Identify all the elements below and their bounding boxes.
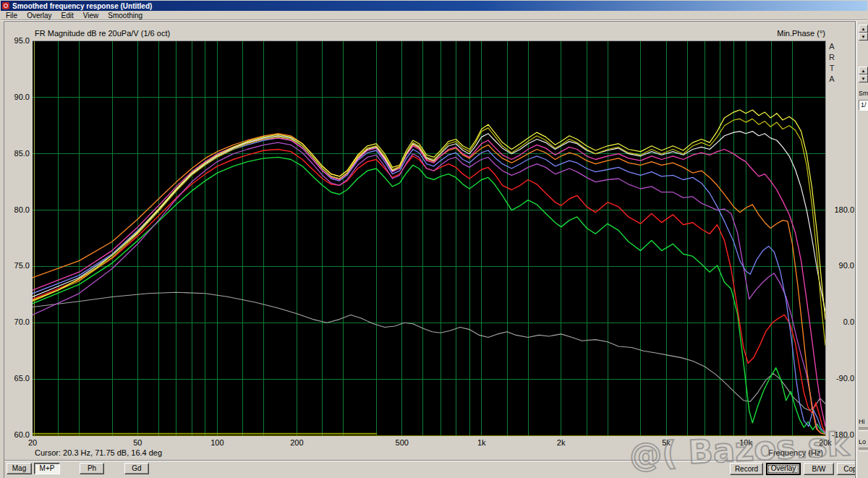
menu-item-overlay[interactable]: Overlay — [27, 12, 51, 20]
app-icon — [2, 2, 9, 9]
smoothing-combo[interactable]: 1/ — [859, 100, 868, 111]
right-control-strip: ▲ ▼ ▲ ▼ Sm 1/ Hi Lo — [856, 21, 868, 478]
mag-button[interactable]: Mag — [7, 463, 32, 474]
hi-slider-label: Hi — [859, 418, 865, 425]
axis-tick-label: 70.0 — [6, 317, 30, 326]
mag-phase-button[interactable]: M+P — [34, 463, 60, 474]
trace-red — [33, 150, 825, 433]
window-title: Smoothed frequency response (Untitled) — [12, 2, 152, 10]
smoothing-label: Sm — [859, 90, 868, 97]
axis-tick-label: 2k — [550, 438, 573, 447]
axis-tick-label: 65.0 — [6, 374, 30, 383]
menu-bar: File Overlay Edit View Smoothing — [1, 11, 867, 20]
chart-title-left: FR Magnitude dB re 20uPa/V (1/6 oct) — [35, 29, 170, 38]
axis-tick-label: 100 — [205, 438, 229, 447]
axis-tick-label: 60.0 — [6, 430, 30, 439]
menu-item-edit[interactable]: Edit — [61, 12, 74, 20]
frequency-axis-label: Frequency (Hz) — [728, 448, 823, 457]
trace-magenta — [33, 138, 825, 427]
menu-item-file[interactable]: File — [6, 12, 17, 20]
plot-area[interactable] — [33, 40, 826, 436]
axis-tick-label: 1k — [470, 438, 493, 447]
axis-tick-label: 10k — [734, 438, 757, 447]
axis-tick-label: 50 — [126, 438, 149, 447]
toolbar-divider — [4, 460, 856, 461]
record-button[interactable]: Record — [730, 463, 763, 475]
fit-range-up-spinner[interactable]: ▲ — [859, 67, 868, 74]
trace-green — [33, 157, 825, 434]
menu-item-smoothing[interactable]: Smoothing — [108, 12, 142, 20]
axis-tick-label: -90.0 — [830, 374, 854, 383]
axis-tick-label: 80.0 — [6, 205, 30, 214]
axis-tick-label: 75.0 — [6, 261, 30, 270]
axis-tick-label: 200 — [285, 438, 308, 447]
axis-tick-label: 85.0 — [6, 149, 30, 158]
cursor-readout: Cursor: 20.3 Hz, 71.75 dB, 16.4 deg — [35, 448, 162, 457]
axis-tick-label: 90.0 — [6, 93, 30, 101]
axis-tick-label: 500 — [391, 438, 414, 447]
group-delay-button[interactable]: Gd — [124, 463, 149, 474]
arta-brand-label: ARTA — [827, 42, 836, 85]
fit-range-down-spinner[interactable]: ▼ — [859, 74, 868, 82]
axis-tick-label: -180.0 — [830, 430, 854, 439]
axis-tick-label: 20k — [814, 438, 837, 447]
overlay-button[interactable]: Overlay — [766, 463, 801, 475]
fit-top-up-spinner[interactable]: ▲ — [859, 25, 868, 33]
trace-blue — [33, 138, 825, 433]
trace-yellow — [33, 110, 825, 320]
chart-panel: FR Magnitude dB re 20uPa/V (1/6 oct) Min… — [4, 21, 856, 478]
axis-tick-label: 5k — [655, 438, 678, 447]
axis-tick-label: 20 — [21, 438, 44, 447]
trace-purple — [33, 142, 825, 434]
trace-gray — [33, 292, 825, 411]
hi-slider[interactable] — [859, 427, 868, 431]
lo-slider-label: Lo — [859, 438, 866, 445]
copy-button[interactable]: Copy — [837, 463, 856, 475]
fr-plot-svg — [33, 41, 825, 435]
axis-tick-label: 90.0 — [830, 261, 854, 270]
menu-item-view[interactable]: View — [83, 12, 99, 20]
lo-slider[interactable] — [859, 448, 868, 451]
title-bar[interactable]: Smoothed frequency response (Untitled) — [1, 1, 867, 11]
phase-button[interactable]: Ph — [80, 463, 104, 474]
axis-tick-label: 180.0 — [830, 205, 854, 214]
axis-tick-label: 0.0 — [830, 317, 854, 326]
bw-button[interactable]: B/W — [804, 463, 834, 475]
chart-title-right: Min.Phase (°) — [728, 29, 825, 38]
axis-tick-label: 95.0 — [6, 36, 30, 45]
fit-top-down-spinner[interactable]: ▼ — [859, 33, 868, 40]
